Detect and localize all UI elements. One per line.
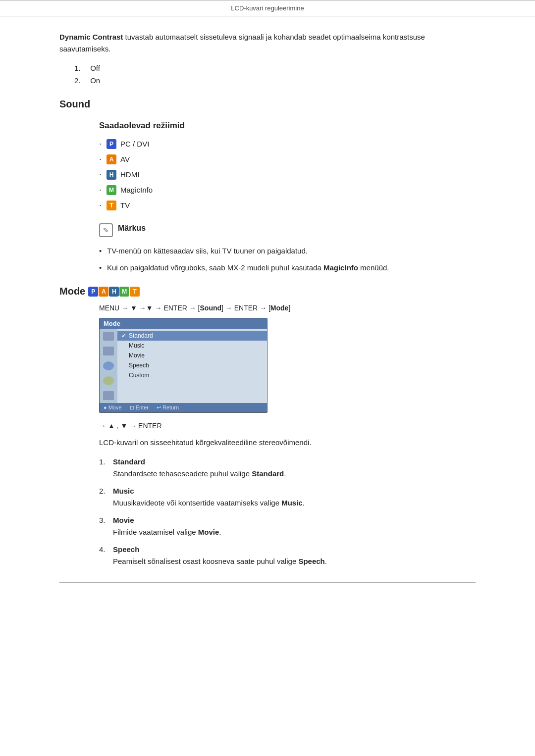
screen-icon-4 [103, 376, 114, 385]
badge-mode-t: T [130, 287, 140, 297]
mode-desc-speech: Peamiselt sõnalisest osast koosneva saat… [113, 555, 476, 567]
menu-movie-label: Movie [129, 352, 145, 359]
mode-num-1: 1. [99, 457, 113, 466]
list-item-off: 1. Off [74, 64, 476, 72]
bullet-1: · [99, 139, 102, 149]
screen-left-icons [100, 329, 117, 403]
mode-desc-music: Muusikavideote või kontsertide vaatamise… [113, 497, 476, 509]
mode-name-movie: Movie [113, 516, 134, 524]
menu-path: MENU → ▼ →▼ → ENTER → [Sound] → ENTER → … [99, 304, 476, 312]
mode-desc-standard-bold: Standard [252, 469, 284, 478]
badge-mode-m: M [119, 287, 129, 297]
magicinfo-bold: MagicInfo [323, 263, 358, 272]
intro-paragraph: Dynamic Contrast tuvastab automaatselt s… [59, 31, 476, 55]
badge-mode-a: A [99, 287, 108, 297]
bullet-4: · [99, 185, 102, 195]
bottom-divider [59, 582, 476, 583]
screen-icon-5 [103, 391, 114, 400]
check-movie: ✔ [121, 353, 126, 359]
screen-mockup: Mode ✔ Standard [99, 318, 268, 413]
item-num-2: 2. [74, 76, 88, 85]
screen-icon-2 [103, 347, 114, 355]
mode-hdmi: · H HDMI [99, 169, 476, 180]
mode-item-music: 2.Music Muusikavideote või kontsertide v… [99, 487, 476, 509]
mode-desc-standard: Standardsete tehaseseadete puhul valige … [113, 468, 476, 480]
spacer [117, 380, 267, 385]
page-wrapper: LCD-kuvari reguleerimine Dynamic Contras… [0, 0, 535, 612]
bottom-return: ↩ Return [157, 404, 179, 411]
mode-label-hdmi: HDMI [120, 170, 139, 179]
menu-item-speech: ✔ Speech [117, 360, 267, 370]
mode-num-4: 4. [99, 545, 113, 554]
menu-mode: Mode [270, 304, 289, 312]
mode-label: Mode [59, 286, 85, 297]
bullet-2: · [99, 154, 102, 164]
mode-desc-speech-bold: Speech [298, 557, 324, 565]
check-standard: ✔ [121, 333, 126, 339]
menu-standard-label: Standard [129, 332, 153, 339]
note-items-list: TV-menüü on kättesaadav siis, kui TV tuu… [99, 245, 476, 274]
screen-title: Mode [104, 320, 120, 327]
check-music: ✔ [121, 343, 126, 349]
menu-item-standard: ✔ Standard [117, 331, 267, 341]
content: Dynamic Contrast tuvastab automaatselt s… [0, 31, 535, 612]
menu-music-label: Music [129, 342, 144, 349]
mode-item-movie: 3.Movie Filmide vaatamisel valige Movie. [99, 516, 476, 538]
top-bar: LCD-kuvari reguleerimine [0, 0, 535, 16]
mode-label-magic: MagicInfo [120, 186, 153, 194]
bottom-move: ● Move [104, 404, 122, 411]
note-item-1-text: TV-menüü on kättesaadav siis, kui TV tuu… [107, 247, 308, 255]
mode-av: · A AV [99, 154, 476, 164]
sound-heading: Sound [59, 99, 476, 110]
check-custom: ✔ [121, 372, 126, 379]
mode-desc-music-bold: Music [281, 499, 303, 507]
mode-name-music: Music [113, 487, 134, 495]
mode-item-speech: 4.Speech Peamiselt sõnalisest osast koos… [99, 545, 476, 567]
badge-p: P [107, 139, 116, 149]
screen-menu-items: ✔ Standard ✔ Music ✔ Movie ✔ [117, 329, 267, 403]
badge-mode-p: P [88, 287, 98, 297]
menu-item-music: ✔ Music [117, 341, 267, 351]
screen-container: Mode ✔ Standard [99, 318, 476, 413]
mode-desc-movie-bold: Movie [198, 528, 219, 536]
mode-num-2: 2. [99, 487, 113, 495]
on-off-list: 1. Off 2. On [74, 64, 476, 85]
mode-tv: · T TV [99, 200, 476, 210]
mode-label-av: AV [120, 155, 130, 163]
mode-magicinfo: · M MagicInfo [99, 185, 476, 195]
menu-sound: Sound [200, 304, 222, 312]
badge-m: M [107, 185, 116, 195]
mode-item-standard: 1.Standard Standardsete tehaseseadete pu… [99, 457, 476, 480]
screen-bottom-bar: ● Move ⊡ Enter ↩ Return [100, 403, 267, 412]
page-title: LCD-kuvari reguleerimine [231, 4, 304, 12]
menu-custom-label: Custom [129, 372, 149, 379]
item-label-on: On [90, 76, 100, 85]
pahmt-badges: PAHMT [88, 287, 140, 297]
bullet-5: · [99, 200, 102, 210]
mode-name-standard: Standard [113, 457, 145, 466]
screen-icon-3 [103, 361, 114, 370]
badge-a: A [107, 154, 116, 164]
mode-items-list: 1.Standard Standardsete tehaseseadete pu… [99, 457, 476, 567]
badge-mode-h: H [109, 287, 119, 297]
bullet-3: · [99, 169, 102, 180]
item-label-off: Off [90, 64, 100, 72]
note-item-2: Kui on paigaldatud võrguboks, saab MX-2 … [99, 262, 476, 274]
modes-list: · P PC / DVI · A AV · H HDMI · M MagicIn… [99, 139, 476, 210]
bottom-enter: ⊡ Enter [130, 404, 149, 411]
screen-title-bar: Mode [100, 318, 267, 329]
note-box: ✎ Märkus [99, 222, 476, 237]
note-icon: ✎ [99, 223, 113, 237]
menu-item-custom: ✔ Custom [117, 370, 267, 380]
mode-pahmt-heading: Mode PAHMT [59, 286, 476, 297]
mode-label-pc: PC / DVI [120, 140, 149, 148]
screen-body: ✔ Standard ✔ Music ✔ Movie ✔ [100, 329, 267, 403]
nav-hint: → ▲ , ▼ → ENTER [99, 422, 476, 430]
menu-item-movie: ✔ Movie [117, 351, 267, 360]
mode-num-3: 3. [99, 516, 113, 524]
badge-t: T [107, 201, 116, 210]
mode-description: LCD-kuvaril on sisseehitatud kõrgekvalit… [99, 437, 476, 449]
mode-pc-dvi: · P PC / DVI [99, 139, 476, 149]
note-label: Märkus [118, 222, 146, 234]
list-item-on: 2. On [74, 76, 476, 85]
